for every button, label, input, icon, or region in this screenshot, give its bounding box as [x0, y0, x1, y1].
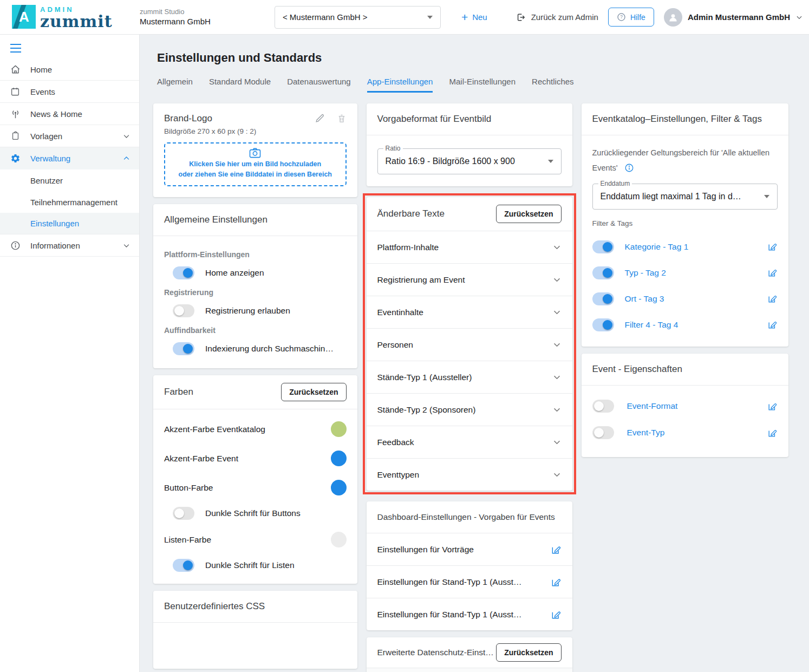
- tag-label-text[interactable]: Filter 4 - Tag 4: [625, 320, 761, 330]
- user-name: Admin Mustermann GmbH: [688, 12, 790, 22]
- sidebar-item-label: Einstellungen: [30, 219, 79, 228]
- typ-tag-toggle[interactable]: [592, 266, 614, 279]
- event-properties-card: Event - Eigenschaften Event-Format Event…: [582, 354, 788, 457]
- image-size-hint: Bildgröße 270 x 60 px (9 : 2): [164, 127, 303, 135]
- edit-icon[interactable]: [551, 544, 562, 555]
- logo-mark: A: [12, 5, 36, 29]
- sidebar-item-label: Events: [30, 87, 131, 96]
- trash-icon[interactable]: [337, 113, 347, 123]
- select-label: Enddatum: [598, 180, 632, 187]
- card-title: Benutzerdefiniertes CSS: [164, 601, 347, 612]
- tag-label-text[interactable]: Ort - Tag 3: [625, 294, 761, 304]
- accordion-feedback[interactable]: Feedback: [367, 426, 572, 458]
- organization-select[interactable]: < Mustermann GmbH >: [275, 6, 441, 29]
- card-title: Allgemeine Einstellungen: [164, 214, 347, 225]
- info-icon[interactable]: [624, 163, 634, 173]
- edit-icon[interactable]: [767, 401, 778, 412]
- page-title: Einstellungen und Standards: [157, 51, 788, 65]
- color-swatch-listen[interactable]: [331, 532, 347, 547]
- accordion-registrierung-am-event[interactable]: Registrierung am Event: [367, 263, 572, 296]
- registrierung-erlauben-toggle[interactable]: [173, 304, 194, 317]
- toggle-label: Registrierung erlauben: [205, 306, 290, 316]
- card-title: Änderbare Texte: [377, 208, 497, 219]
- tag-label-text[interactable]: Typ - Tag 2: [625, 268, 761, 278]
- event-format-toggle[interactable]: [592, 400, 614, 413]
- sidebar-item-benutzer[interactable]: Benutzer: [0, 169, 139, 191]
- reset-privacy-button[interactable]: Zurücksetzen: [496, 643, 561, 662]
- privacy-settings-card: Erweiterte Datenschutz-Einst… Zurücksetz…: [367, 637, 572, 672]
- sidebar-item-teilnehmermanagement[interactable]: Teilnehmermanagement: [0, 191, 139, 213]
- kategorie-tag-toggle[interactable]: [592, 240, 614, 253]
- filter-tags-label: Filter & Tags: [592, 219, 778, 227]
- edit-icon[interactable]: [767, 268, 778, 278]
- chevron-up-icon: [122, 154, 131, 162]
- tab-rechtliches[interactable]: Rechtliches: [532, 77, 574, 93]
- property-label[interactable]: Event-Typ: [627, 428, 761, 438]
- menu-toggle-button[interactable]: [0, 35, 139, 58]
- tab-app-einstellungen[interactable]: App-Einstellungen: [367, 77, 433, 93]
- accordion-staende-typ-2[interactable]: Stände-Typ 2 (Sponsoren): [367, 393, 572, 426]
- tag-row-filter-4: Filter 4 - Tag 4: [592, 312, 778, 338]
- tab-mail-einstellungen[interactable]: Mail-Einstellungen: [449, 77, 516, 93]
- color-swatch-event[interactable]: [331, 451, 347, 466]
- edit-icon[interactable]: [551, 577, 562, 588]
- ort-tag-toggle[interactable]: [592, 292, 614, 305]
- color-swatch-button[interactable]: [331, 480, 347, 495]
- edit-pencil-icon[interactable]: [315, 113, 325, 123]
- sidebar-item-events[interactable]: Events: [0, 81, 139, 103]
- enddatum-select[interactable]: Enddatum Enddatum liegt maximal 1 Tag in…: [592, 184, 778, 210]
- edit-icon[interactable]: [767, 428, 778, 438]
- chevron-down-icon: [552, 340, 562, 349]
- color-swatch-eventkatalog[interactable]: [331, 421, 347, 437]
- tab-allgemein[interactable]: Allgemein: [157, 77, 193, 93]
- event-catalog-card: Eventkatalog–Einstellungen, Filter & Tag…: [582, 103, 788, 347]
- sidebar-item-vorlagen[interactable]: Vorlagen: [0, 125, 139, 147]
- dunkle-schrift-listen-toggle[interactable]: [173, 559, 194, 572]
- sidebar-item-informationen[interactable]: Informationen: [0, 234, 139, 257]
- chevron-down-icon: [764, 195, 769, 198]
- filter-4-tag-toggle[interactable]: [592, 318, 614, 331]
- event-image-format-card: Vorgabeformat für Eventbild Ratio Ratio …: [367, 103, 572, 186]
- accordion-plattform-inhalte[interactable]: Plattform-Inhalte: [367, 231, 572, 263]
- accordion-eventinhalte[interactable]: Eventinhalte: [367, 296, 572, 328]
- property-label[interactable]: Event-Format: [627, 401, 761, 411]
- home-anzeigen-toggle[interactable]: [173, 266, 194, 279]
- sidebar-item-einstellungen[interactable]: Einstellungen: [0, 213, 139, 234]
- edit-icon[interactable]: [767, 242, 778, 252]
- settings-tabs: Allgemein Standard Module Datenauswertun…: [157, 77, 788, 93]
- plus-icon: +: [461, 11, 468, 23]
- accordion-personen[interactable]: Personen: [367, 328, 572, 361]
- reset-colors-button[interactable]: Zurücksetzen: [281, 383, 346, 401]
- chevron-down-icon: [552, 275, 562, 284]
- tab-datenauswertung[interactable]: Datenauswertung: [287, 77, 351, 93]
- color-label: Listen-Farbe: [164, 535, 331, 545]
- edit-icon[interactable]: [767, 293, 778, 304]
- accordion-eventtypen[interactable]: Eventtypen: [367, 458, 572, 491]
- chevron-down-icon: [795, 14, 803, 21]
- edit-icon[interactable]: [551, 609, 562, 620]
- event-typ-toggle[interactable]: [592, 426, 614, 439]
- new-button[interactable]: + Neu: [461, 11, 487, 23]
- sidebar-item-verwaltung[interactable]: Verwaltung: [0, 147, 139, 169]
- row-einstellungen-stand-typ-1b: Einstellungen für Stand-Typ 1 (Ausst…: [367, 598, 572, 630]
- tag-label-text[interactable]: Kategorie - Tag 1: [625, 242, 761, 252]
- back-to-admin-button[interactable]: Zurück zum Admin: [516, 12, 598, 23]
- info-icon: [10, 240, 21, 251]
- ratio-select[interactable]: Ratio Ratio 16:9 - Bildgröße 1600 x 900: [377, 148, 562, 174]
- chevron-down-icon: [552, 373, 562, 382]
- sidebar: Home Events News & Home Vorlagen Verwalt…: [0, 35, 140, 672]
- tab-standard-module[interactable]: Standard Module: [209, 77, 271, 93]
- help-button[interactable]: ? Hilfe: [608, 8, 654, 27]
- sidebar-item-home[interactable]: Home: [0, 58, 139, 81]
- edit-icon[interactable]: [767, 319, 778, 330]
- app-logo[interactable]: A ADMIN zummit: [12, 5, 140, 30]
- user-menu[interactable]: Admin Mustermann GmbH: [664, 8, 803, 27]
- logo-upload-dropzone[interactable]: Klicken Sie hier um ein Bild hochzuladen…: [164, 142, 347, 186]
- section-label: Plattform-Einstellungen: [164, 250, 347, 259]
- reset-texts-button[interactable]: Zurücksetzen: [496, 205, 561, 223]
- dunkle-schrift-buttons-toggle[interactable]: [173, 507, 194, 520]
- gear-icon: [10, 153, 21, 164]
- sidebar-item-news-home[interactable]: News & Home: [0, 103, 139, 125]
- indexierung-toggle[interactable]: [173, 342, 194, 355]
- accordion-staende-typ-1[interactable]: Stände-Typ 1 (Aussteller): [367, 361, 572, 393]
